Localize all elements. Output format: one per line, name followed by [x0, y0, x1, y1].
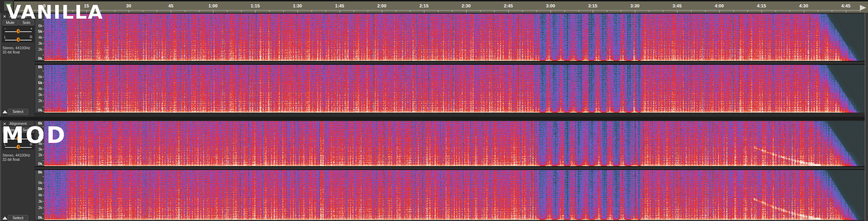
timeline-minor-tick	[649, 10, 649, 12]
track-2-collapse-button[interactable]	[2, 216, 7, 220]
freq-tick	[43, 107, 44, 107]
timeline-label: 3:30	[630, 3, 639, 8]
track-1-right-spectrogram[interactable]	[44, 65, 865, 113]
timeline-minor-tick	[832, 10, 832, 12]
track-1-pan-slider[interactable]: L R	[2, 34, 34, 42]
track-1-bitdepth-info: 32-bit float	[2, 50, 20, 54]
timeline-minor-tick	[269, 10, 270, 12]
timeline-minor-tick	[354, 10, 354, 12]
freq-tick	[43, 165, 44, 165]
vanilla-watermark: VANILLA	[6, 3, 104, 22]
timeline-minor-tick	[494, 10, 495, 12]
track-1-right-frequency-ruler: 8k6k5k4k3k2k0k	[35, 65, 44, 113]
timeline-label: 1:30	[293, 3, 302, 8]
freq-tick	[43, 83, 44, 83]
pan-left-label: L	[4, 35, 6, 39]
freq-tick	[43, 214, 44, 214]
timeline-label: 4:45	[841, 3, 850, 8]
timeline-label: 3:45	[673, 3, 682, 8]
timeline-minor-tick	[185, 10, 185, 12]
timeline-label: 1:15	[251, 3, 260, 8]
timeline-scroll-arrow-icon	[860, 5, 866, 11]
timeline-major-tick	[340, 10, 340, 13]
freq-tick	[43, 55, 44, 55]
right-gutter	[865, 13, 868, 221]
timeline-label: 4:30	[799, 3, 808, 8]
freq-tick	[43, 189, 44, 189]
timeline-minor-tick	[283, 10, 284, 12]
ruler-top-strip	[0, 0, 868, 1]
timeline-minor-tick	[368, 10, 368, 12]
freq-tick	[43, 43, 44, 44]
timeline-label: 2:15	[419, 3, 429, 8]
timeline-label: 30	[126, 3, 131, 8]
freq-tick	[43, 77, 44, 77]
freq-tick	[43, 59, 44, 60]
track-1-pan-slider-thumb[interactable]	[17, 37, 20, 42]
timeline-major-tick	[129, 10, 129, 13]
freq-label-6k: 6k	[38, 75, 42, 79]
track-1-gain-slider-thumb[interactable]	[17, 29, 20, 33]
timeline-major-tick	[213, 10, 213, 13]
audacity-window: 01530451:001:151:301:452:002:152:302:453…	[0, 0, 868, 221]
track-1-gain-slider[interactable]: − +	[2, 26, 34, 34]
track-2-right-spectrogram[interactable]	[44, 170, 865, 220]
track-2-select-button[interactable]: Select	[8, 215, 28, 221]
timeline-minor-tick	[565, 10, 565, 12]
timeline-major-tick	[297, 10, 298, 13]
timeline-minor-tick	[705, 10, 706, 12]
freq-tick	[43, 149, 44, 150]
freq-tick	[43, 49, 44, 50]
freq-tick	[43, 111, 44, 112]
timeline-label: 45	[168, 3, 173, 8]
timeline-ruler[interactable]: 01530451:001:151:301:452:002:152:302:453…	[0, 0, 868, 13]
freq-label-0k: 0k	[38, 215, 42, 220]
freq-tick	[43, 26, 44, 26]
freq-label-4k: 4k	[38, 87, 42, 91]
timeline-minor-tick	[776, 10, 776, 12]
timeline-minor-tick	[452, 10, 452, 12]
freq-tick	[43, 95, 44, 95]
track-1-collapse-button[interactable]	[2, 110, 7, 113]
freq-tick	[43, 71, 44, 71]
freq-tick	[43, 201, 44, 202]
timeline-major-tick	[255, 10, 256, 13]
freq-label-5k: 5k	[38, 29, 42, 33]
timeline-minor-tick	[438, 10, 438, 12]
track-1-format-info: Stereo, 44100Hz	[2, 46, 30, 50]
freq-label-3k: 3k	[38, 93, 42, 97]
timeline-minor-tick	[227, 10, 227, 12]
freq-label-8k: 8k	[38, 170, 42, 174]
timeline-major-tick	[593, 10, 593, 13]
track-1-select-button[interactable]: Select	[8, 109, 28, 115]
freq-tick	[43, 31, 44, 32]
timeline-minor-tick	[663, 10, 663, 12]
timeline-major-tick	[761, 10, 762, 13]
timeline-major-tick	[466, 10, 467, 13]
freq-label-0k: 0k	[38, 108, 42, 112]
freq-label-8k: 8k	[38, 65, 42, 69]
gain-plus-label: +	[30, 27, 32, 31]
timeline-label: 3:00	[546, 3, 555, 8]
timeline-minor-tick	[607, 10, 607, 12]
freq-tick	[43, 155, 44, 155]
freq-tick	[43, 160, 44, 161]
timeline-minor-tick	[621, 10, 621, 12]
freq-label-2k: 2k	[38, 99, 42, 103]
timeline-minor-tick	[115, 10, 115, 12]
timeline-major-tick	[677, 10, 677, 13]
timeline-major-tick	[508, 10, 509, 13]
pan-right-label: R	[30, 35, 32, 39]
freq-tick	[43, 183, 44, 183]
freq-label-2k: 2k	[38, 206, 42, 210]
track-2-left-spectrogram[interactable]	[44, 121, 865, 166]
timeline-label: 3:15	[588, 3, 597, 8]
freq-tick	[43, 208, 44, 208]
freq-label-3k: 3k	[38, 199, 42, 203]
timeline-minor-tick	[579, 10, 579, 12]
freq-label-3k: 3k	[38, 41, 42, 45]
timeline-minor-tick	[410, 10, 410, 12]
track-1-left-spectrogram[interactable]	[44, 14, 865, 61]
timeline-minor-tick	[536, 10, 537, 12]
timeline-minor-tick	[143, 10, 143, 12]
